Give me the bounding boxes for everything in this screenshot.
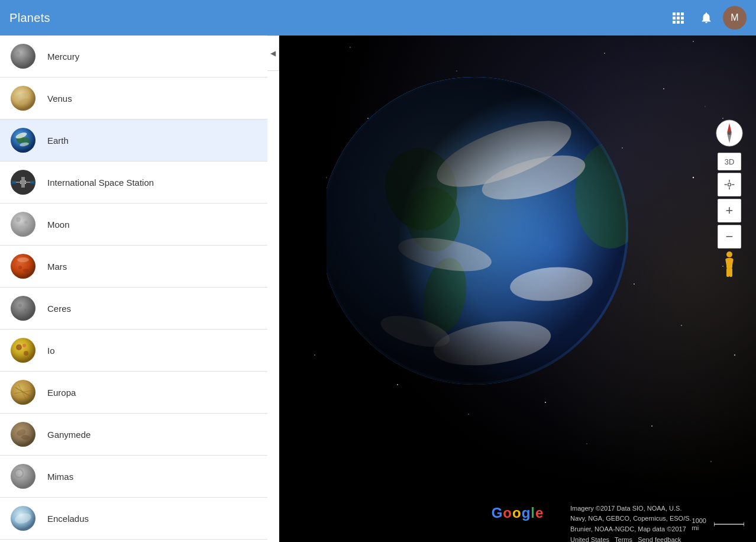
scale-bar: 1000 mi — [692, 517, 744, 531]
mimas-name: Mimas — [47, 472, 73, 482]
enceladus-icon — [9, 505, 37, 532]
svg-rect-3 — [673, 17, 676, 20]
svg-rect-5 — [681, 17, 684, 20]
moon-icon — [9, 211, 37, 238]
svg-point-40 — [16, 344, 22, 350]
pegman-icon[interactable] — [721, 251, 738, 278]
map-view[interactable]: Google 3D + − — [279, 0, 756, 542]
venus-icon — [9, 85, 37, 112]
svg-point-31 — [26, 228, 29, 231]
svg-rect-2 — [681, 12, 684, 15]
compass-control[interactable] — [715, 118, 744, 148]
svg-point-80 — [681, 325, 682, 326]
svg-point-111 — [728, 131, 731, 135]
svg-rect-7 — [677, 21, 680, 24]
svg-rect-26 — [30, 180, 35, 184]
europa-name: Europa — [47, 388, 76, 398]
notifications-icon[interactable] — [694, 6, 718, 30]
planet-item-earth[interactable]: Earth — [0, 120, 267, 162]
target-icon[interactable] — [718, 173, 741, 196]
planet-item-io[interactable]: Io — [0, 330, 267, 372]
svg-point-49 — [21, 435, 30, 440]
mercury-icon — [9, 43, 37, 70]
svg-point-30 — [18, 225, 24, 231]
map-controls: 3D + − — [715, 118, 744, 278]
svg-point-34 — [18, 266, 22, 269]
earth-icon — [9, 127, 37, 154]
mars-name: Mars — [47, 262, 67, 272]
planet-item-ganymede[interactable]: Ganymede — [0, 414, 267, 456]
svg-point-117 — [726, 251, 732, 257]
svg-point-29 — [24, 221, 28, 224]
svg-point-74 — [705, 106, 705, 107]
svg-rect-0 — [673, 12, 676, 15]
venus-name: Venus — [47, 93, 72, 104]
moon-name: Moon — [47, 220, 70, 230]
google-logo: Google — [492, 505, 544, 521]
chevron-left-icon: ◀ — [270, 49, 276, 57]
svg-point-39 — [11, 338, 35, 363]
svg-point-35 — [23, 269, 29, 272]
attribution-link-terms[interactable]: Terms — [615, 536, 632, 542]
planet-item-dione[interactable]: Dione — [0, 540, 267, 542]
planet-item-iss[interactable]: International Space Station — [0, 162, 267, 204]
iss-icon — [9, 169, 37, 196]
planet-item-enceladus[interactable]: Enceladus — [0, 498, 267, 540]
svg-point-88 — [651, 425, 652, 427]
svg-rect-4 — [677, 17, 680, 20]
ganymede-name: Ganymede — [47, 430, 91, 440]
attribution-text: Imagery ©2017 Data SIO, NOAA, U.S. Navy,… — [570, 504, 692, 542]
svg-rect-24 — [21, 177, 25, 188]
mars-icon — [9, 253, 37, 280]
svg-rect-122 — [729, 268, 732, 277]
earth-globe — [327, 47, 634, 414]
svg-rect-6 — [673, 21, 676, 24]
earth-name: Earth — [47, 136, 69, 146]
svg-point-50 — [11, 464, 35, 489]
svg-point-83 — [314, 354, 315, 356]
attribution-link-us[interactable]: United States — [570, 536, 609, 542]
svg-point-107 — [327, 77, 628, 385]
mercury-name: Mercury — [47, 51, 79, 62]
svg-point-10 — [17, 51, 20, 55]
svg-point-28 — [16, 217, 21, 222]
svg-point-82 — [734, 354, 735, 356]
zoom-in-button[interactable]: + — [718, 199, 741, 222]
planet-item-moon[interactable]: Moon — [0, 204, 267, 246]
planet-item-mimas[interactable]: Mimas — [0, 456, 267, 498]
planet-item-mercury[interactable]: Mercury — [0, 36, 267, 78]
svg-point-42 — [22, 344, 26, 347]
svg-point-27 — [11, 212, 35, 237]
attribution-bar: Imagery ©2017 Data SIO, NOAA, U.S. Navy,… — [558, 506, 756, 542]
svg-point-73 — [693, 177, 694, 178]
europa-icon — [9, 379, 37, 406]
planet-item-venus[interactable]: Venus — [0, 78, 267, 120]
user-avatar[interactable]: M — [723, 6, 747, 30]
svg-point-12 — [20, 59, 23, 62]
svg-rect-121 — [726, 268, 729, 277]
svg-point-11 — [25, 58, 27, 60]
io-icon — [9, 337, 37, 364]
io-name: Io — [47, 346, 55, 356]
3d-mode-button[interactable]: 3D — [718, 153, 741, 170]
planet-item-europa[interactable]: Europa — [0, 372, 267, 414]
iss-name: International Space Station — [47, 178, 154, 188]
attribution-link-feedback[interactable]: Send feedback — [638, 536, 681, 542]
sidebar-toggle[interactable]: ◀ — [267, 36, 279, 71]
ceres-icon — [9, 295, 37, 322]
ganymede-icon — [9, 421, 37, 448]
svg-point-33 — [17, 257, 29, 262]
svg-point-38 — [24, 309, 27, 311]
svg-point-41 — [24, 351, 28, 356]
svg-point-37 — [18, 304, 22, 307]
planet-item-mars[interactable]: Mars — [0, 246, 267, 288]
zoom-out-button[interactable]: − — [718, 225, 741, 249]
app-header: Planets M — [0, 0, 756, 36]
svg-point-36 — [11, 296, 35, 321]
svg-point-89 — [710, 461, 712, 462]
enceladus-name: Enceladus — [47, 514, 89, 524]
planet-item-ceres[interactable]: Ceres — [0, 288, 267, 330]
svg-point-64 — [663, 88, 664, 89]
grid-icon[interactable] — [666, 6, 690, 30]
svg-rect-1 — [677, 12, 680, 15]
